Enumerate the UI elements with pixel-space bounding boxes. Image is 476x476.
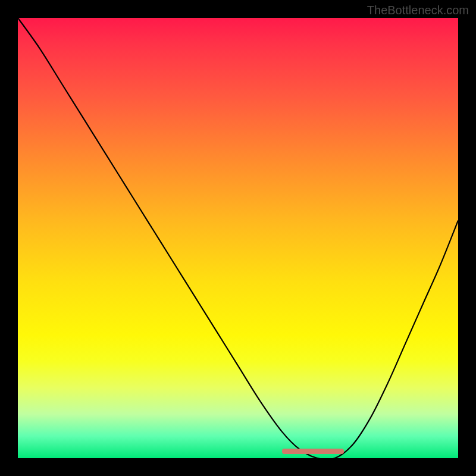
curve-svg: [18, 18, 458, 458]
bottleneck-curve: [18, 18, 458, 458]
watermark-text: TheBottleneck.com: [367, 4, 469, 17]
optimal-range-marker: [282, 449, 344, 454]
plot-area: [18, 18, 458, 458]
